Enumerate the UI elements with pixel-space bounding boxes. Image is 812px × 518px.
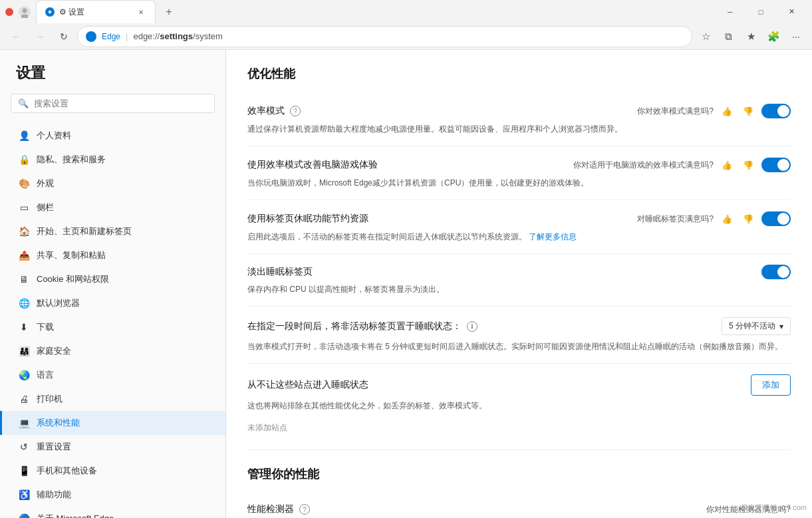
setting-perf-detector: 性能检测器 ? 你对性能检测器满意吗? [247,493,791,518]
sleep-timer-info-icon[interactable]: ℹ [467,321,477,332]
setting-efficiency-right: 你对效率模式满意吗? 👍 👎 [637,103,791,119]
sidebar-title: 设置 [0,63,225,94]
tab-favicon [45,7,55,17]
setting-sleeping-tabs: 使用标签页休眠功能节约资源 对睡眠标签页满意吗? 👍 👎 启用此选项后，不活动的… [247,200,791,254]
favorites-icon[interactable]: ☆ [695,26,716,47]
fade-desc: 保存内存和 CPU 以提高性能时，标签页将显示为淡出。 [247,283,791,295]
sleeping-desc: 启用此选项后，不活动的标签页将在指定时间后进入休眠状态以节约系统资源。 了解更多… [247,231,791,243]
setting-never-sleep: 从不让这些站点进入睡眠状态 添加 这也将网站排除在其他性能优化之外，如丢弃的标签… [247,364,791,450]
sidebar-label-appearance: 外观 [37,178,54,190]
sidebar-label-cookies: Cookie 和网站权限 [37,273,109,285]
sleeping-tabs-link[interactable]: 了解更多信息 [529,232,577,241]
gaming-feedback: 你对适用于电脑游戏的效率模式满意吗? [573,160,714,171]
setting-gaming-title: 使用效率模式改善电脑游戏体验 [247,159,378,171]
collections-icon[interactable]: ★ [740,26,761,47]
perf-detector-info-icon[interactable]: ? [299,504,310,515]
sidebar-item-system[interactable]: 💻 系统和性能 [0,411,225,435]
never-sleep-title: 从不让这些站点进入睡眠状态 [247,379,368,391]
gaming-toggle[interactable] [761,158,791,172]
sidebar-label-start: 开始、主页和新建标签页 [37,225,132,237]
sidebar-item-downloads[interactable]: ⬇ 下载 [0,315,225,339]
perf-detector-header: 性能检测器 ? 你对性能检测器满意吗? [247,503,791,515]
maximize-button[interactable]: □ [745,1,776,23]
sidebar-item-sidebar[interactable]: ▭ 侧栏 [0,195,225,219]
dropdown-chevron: ▾ [779,322,783,331]
sleeping-toggle[interactable] [761,211,791,226]
sidebar-label-about: 关于 Microsoft Edge [37,513,114,518]
setting-sleeping-header: 使用标签页休眠功能节约资源 对睡眠标签页满意吗? 👍 👎 [247,211,791,227]
sidebar-label-printer: 打印机 [37,393,63,405]
sidebar-item-reset[interactable]: ↺ 重置设置 [0,435,225,459]
sidebar-item-printer[interactable]: 🖨 打印机 [0,387,225,411]
setting-efficiency: 效率模式 ? 你对效率模式满意吗? 👍 👎 通过保存计算机资源帮助最大程度地减少… [247,92,791,146]
efficiency-thumbup[interactable]: 👍 [719,103,735,119]
sidebar-label-system: 系统和性能 [37,417,80,429]
search-input[interactable] [34,98,207,108]
efficiency-info-icon[interactable]: ? [290,106,301,116]
sleeping-thumbup[interactable]: 👍 [719,211,735,227]
gaming-desc: 当你玩电脑游戏时，Microsoft Edge减少其计算机资源（CPU）使用量，… [247,177,791,189]
sidebar-item-profile[interactable]: 👤 个人资料 [0,124,225,148]
back-button[interactable]: ← [5,26,27,47]
address-bar[interactable]: Edge | edge://settings/system [77,26,692,47]
fade-toggle[interactable] [761,265,791,279]
gaming-thumbup[interactable]: 👍 [719,157,735,173]
add-site-button[interactable]: 添加 [751,374,791,396]
menu-icon[interactable]: ··· [785,26,807,47]
sidebar-label-downloads: 下载 [37,321,54,333]
setting-fade-right [761,265,791,279]
sidebar-label-mobile: 手机和其他设备 [37,465,97,477]
sidebar-item-about[interactable]: 🔵 关于 Microsoft Edge [0,507,225,518]
tab-close-button[interactable]: ✕ [135,6,147,18]
never-sleep-header: 从不让这些站点进入睡眠状态 添加 [247,374,791,396]
profile-avatar [19,6,31,18]
extensions-icon[interactable]: 🧩 [763,26,784,47]
sidebar-label-language: 语言 [37,369,54,381]
watermark: 极光下载站 xz7.com [741,503,807,513]
efficiency-thumbdown[interactable]: 👎 [740,103,756,119]
sleep-timer-dropdown[interactable]: 5 分钟不活动 ▾ [722,317,791,335]
efficiency-toggle[interactable] [761,104,791,118]
close-button[interactable]: ✕ [776,1,807,23]
setting-gaming-title-row: 使用效率模式改善电脑游戏体验 [247,159,378,171]
sidebar-item-appearance[interactable]: 🎨 外观 [0,172,225,195]
refresh-button[interactable]: ↻ [53,26,74,47]
appearance-icon: 🎨 [18,178,30,189]
sidebar-item-mobile[interactable]: 📱 手机和其他设备 [0,459,225,483]
sidebar-item-accessibility[interactable]: ♿ 辅助功能 [0,483,225,507]
sidebar-item-language[interactable]: 🌏 语言 [0,363,225,387]
sidebar-item-share[interactable]: 📤 共享、复制和粘贴 [0,243,225,267]
sidebar-label-family: 家庭安全 [37,345,71,357]
setting-efficiency-title: 效率模式 [247,105,285,117]
setting-fade-title-row: 淡出睡眠标签页 [247,266,313,278]
forward-button[interactable]: → [29,26,51,47]
gaming-thumbdown[interactable]: 👎 [740,157,756,173]
active-tab[interactable]: ⚙ 设置 ✕ [36,0,156,23]
minimize-button[interactable]: ─ [715,1,745,23]
sidebar-label-profile: 个人资料 [37,130,71,142]
sidebar-item-browser[interactable]: 🌐 默认浏览器 [0,291,225,315]
no-sites-text: 未添加站点 [247,417,791,439]
setting-sleep-timer: 在指定一段时间后，将非活动标签页置于睡眠状态： ℹ 5 分钟不活动 ▾ 当效率模… [247,307,791,364]
sidebar-item-privacy[interactable]: 🔒 隐私、搜索和服务 [0,148,225,172]
mobile-icon: 📱 [18,465,30,476]
sidebar-item-cookies[interactable]: 🖥 Cookie 和网站权限 [0,267,225,291]
setting-efficiency-title-row: 效率模式 ? [247,105,301,117]
sidebar-item-start[interactable]: 🏠 开始、主页和新建标签页 [0,219,225,243]
search-box[interactable]: 🔍 [11,94,215,113]
new-tab-button[interactable]: + [158,3,180,21]
section2-title: 管理你的性能 [247,466,791,482]
address-protocol: edge:// [133,31,160,41]
sleeping-thumbdown[interactable]: 👎 [740,211,756,227]
sleeping-feedback: 对睡眠标签页满意吗? [637,213,714,225]
sleeping-desc-text: 启用此选项后，不活动的标签页将在指定时间后进入休眠状态以节约系统资源。 [247,232,527,241]
titlebar: ⚙ 设置 ✕ + ─ □ ✕ [0,0,812,23]
language-icon: 🌏 [18,370,30,380]
setting-fade-sleeping: 淡出睡眠标签页 保存内存和 CPU 以提高性能时，标签页将显示为淡出。 [247,254,791,307]
main-layout: 设置 🔍 👤 个人资料 🔒 隐私、搜索和服务 🎨 外观 ▭ 侧栏 🏠 开始、主页… [0,50,812,518]
address-brand: Edge [102,32,120,41]
profile-icon: 👤 [18,130,30,141]
sidebar-item-family[interactable]: 👨‍👩‍👧 家庭安全 [0,339,225,363]
browser-icon: 🌐 [18,298,30,309]
split-screen-icon[interactable]: ⧉ [718,26,739,47]
